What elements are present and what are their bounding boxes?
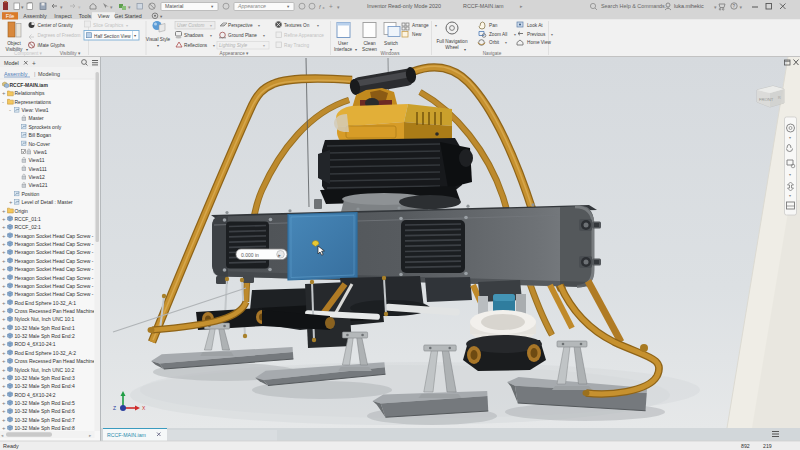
svg-text:219: 219 <box>763 443 772 449</box>
svg-text:10-32 Male Sph Rod End:6: 10-32 Male Sph Rod End:6 <box>15 408 76 414</box>
svg-text:RCCF-MAIN.iam: RCCF-MAIN.iam <box>10 82 49 88</box>
svg-text:Relationships: Relationships <box>15 90 46 96</box>
svg-text:+: + <box>2 291 6 297</box>
svg-text:Cross Recessed Pan Head Machin: Cross Recessed Pan Head Machine Scr <box>15 358 105 364</box>
svg-text:Hexagon Socket Head Cap Screw: Hexagon Socket Head Cap Screw - Ind <box>15 233 102 239</box>
svg-text:Navigate: Navigate <box>483 51 502 56</box>
svg-text:Component ▾: Component ▾ <box>14 51 43 56</box>
svg-text:View: View1: View: View1 <box>22 107 49 113</box>
svg-text:+: + <box>2 325 6 331</box>
svg-text:Half Section View: Half Section View <box>94 34 131 39</box>
svg-text:Get Started: Get Started <box>114 13 142 19</box>
svg-text:Ray Tracing: Ray Tracing <box>284 43 309 48</box>
svg-text:R: R <box>778 96 781 100</box>
svg-text:892: 892 <box>741 443 750 449</box>
svg-text:Previous: Previous <box>527 32 546 37</box>
svg-text:ROD 4_6X10-24:2: ROD 4_6X10-24:2 <box>15 392 56 398</box>
svg-text:10-32 Male Sph Rod End:2: 10-32 Male Sph Rod End:2 <box>15 333 76 339</box>
svg-text:10-32 Male Sph Rod End:3: 10-32 Male Sph Rod End:3 <box>15 375 76 381</box>
svg-text:Windows: Windows <box>380 51 400 56</box>
svg-text:Slice Graphics: Slice Graphics <box>93 23 124 28</box>
svg-text:10-32 Male Sph Rod End:5: 10-32 Male Sph Rod End:5 <box>15 400 76 406</box>
svg-text:+: + <box>2 367 6 373</box>
svg-text:+: + <box>9 199 13 205</box>
svg-text:+: + <box>2 358 6 364</box>
svg-text:Full Navigation: Full Navigation <box>436 39 467 44</box>
svg-text:Arrange: Arrange <box>412 23 429 28</box>
svg-text:Rod End Sphere 10-32_A:1: Rod End Sphere 10-32_A:1 <box>15 300 77 306</box>
svg-text:-: - <box>2 99 4 105</box>
svg-text:Perspective: Perspective <box>228 23 253 28</box>
svg-text:Master: Master <box>29 115 45 121</box>
svg-text:Z: Z <box>113 405 116 411</box>
svg-text:▾: ▾ <box>514 33 516 37</box>
svg-text:Search Help & Commands...: Search Help & Commands... <box>601 3 669 9</box>
svg-text:Inspect: Inspect <box>54 13 72 19</box>
svg-text:Nylock Nut, Inch UNC 10:2: Nylock Nut, Inch UNC 10:2 <box>15 367 75 373</box>
svg-text:+: + <box>2 392 6 398</box>
svg-text:Rod End Sphere 10-32_A:2: Rod End Sphere 10-32_A:2 <box>15 350 77 356</box>
svg-text:10-32 Male Sph Rod End:4: 10-32 Male Sph Rod End:4 <box>15 383 76 389</box>
svg-text:Hexagon Socket Head Cap Screw: Hexagon Socket Head Cap Screw - Ind <box>15 258 102 264</box>
svg-text:Level of Detail : Master: Level of Detail : Master <box>22 199 73 205</box>
svg-text:▾: ▾ <box>435 24 437 28</box>
svg-text:Sprockets only: Sprockets only <box>29 124 62 130</box>
svg-text:10-32 Male Sph Rod End:7: 10-32 Male Sph Rod End:7 <box>15 417 76 423</box>
svg-text:Appearance ▾: Appearance ▾ <box>220 51 250 56</box>
svg-text:+: + <box>2 350 6 356</box>
svg-text:Modeling: Modeling <box>38 71 60 77</box>
svg-text:▾: ▾ <box>464 47 466 52</box>
svg-text:+: + <box>2 233 6 239</box>
svg-text:▾: ▾ <box>263 44 265 48</box>
svg-text:+: + <box>2 224 6 230</box>
svg-text:Wheel: Wheel <box>445 45 458 50</box>
svg-text:+: + <box>2 90 6 96</box>
svg-text:+: + <box>2 300 6 306</box>
svg-text:▾: ▾ <box>213 44 215 48</box>
svg-text:▾: ▾ <box>551 33 553 37</box>
svg-text:+: + <box>2 316 6 322</box>
svg-text:Textures On: Textures On <box>284 23 310 28</box>
svg-text:10-32 Male Sph Rod End:8: 10-32 Male Sph Rod End:8 <box>15 425 76 431</box>
svg-text:Assembly: Assembly <box>4 71 28 77</box>
svg-text:+: + <box>2 266 6 272</box>
svg-text:Hexagon Socket Head Cap Screw: Hexagon Socket Head Cap Screw - Ind <box>15 241 102 247</box>
svg-text:+: + <box>2 400 6 406</box>
svg-text:ROD 4_6X10-24:1: ROD 4_6X10-24:1 <box>15 341 56 347</box>
svg-text:Zoom All: Zoom All <box>489 32 507 37</box>
svg-text:Reflections: Reflections <box>184 43 208 48</box>
svg-text:View11: View11 <box>29 157 45 163</box>
svg-text:+: + <box>2 308 6 314</box>
svg-text:+: + <box>2 241 6 247</box>
svg-text:Visibility ▾: Visibility ▾ <box>60 51 81 56</box>
svg-text:▾: ▾ <box>789 193 791 198</box>
svg-text:+: + <box>2 208 6 214</box>
svg-text:Representations: Representations <box>15 99 52 105</box>
svg-text:RCCF_02:1: RCCF_02:1 <box>15 224 42 230</box>
svg-text:Bill Bogan: Bill Bogan <box>29 132 52 138</box>
svg-text:▾: ▾ <box>505 41 507 45</box>
svg-text:Position: Position <box>22 191 40 197</box>
svg-text:No-Cover: No-Cover <box>29 141 51 147</box>
svg-text:View: View <box>98 13 110 19</box>
svg-text:Ready: Ready <box>3 443 19 449</box>
svg-text:View1: View1 <box>34 149 48 155</box>
svg-text:User: User <box>338 41 348 46</box>
svg-text:+: + <box>2 417 6 423</box>
svg-text:|: | <box>34 71 35 77</box>
svg-text:Object: Object <box>7 41 21 46</box>
svg-text:Appearance: Appearance <box>237 3 266 9</box>
svg-text:Cross Recessed Pan Head Machin: Cross Recessed Pan Head Machine Scr <box>15 308 105 314</box>
svg-text:View12: View12 <box>29 174 46 180</box>
svg-text:Clean: Clean <box>363 41 376 46</box>
svg-text:Hexagon Socket Head Cap Screw: Hexagon Socket Head Cap Screw - Ind <box>15 283 102 289</box>
svg-text:▾: ▾ <box>789 172 791 177</box>
svg-text:+: + <box>2 341 6 347</box>
svg-text:Degrees of Freedom: Degrees of Freedom <box>38 33 81 38</box>
svg-text:FRONT: FRONT <box>759 97 774 102</box>
svg-text:+: + <box>2 275 6 281</box>
svg-text:x: x <box>323 5 325 10</box>
svg-text:+: + <box>2 408 6 414</box>
svg-text:Hexagon Socket Head Cap Screw: Hexagon Socket Head Cap Screw - Ind <box>15 249 102 255</box>
svg-text:+: + <box>2 258 6 264</box>
